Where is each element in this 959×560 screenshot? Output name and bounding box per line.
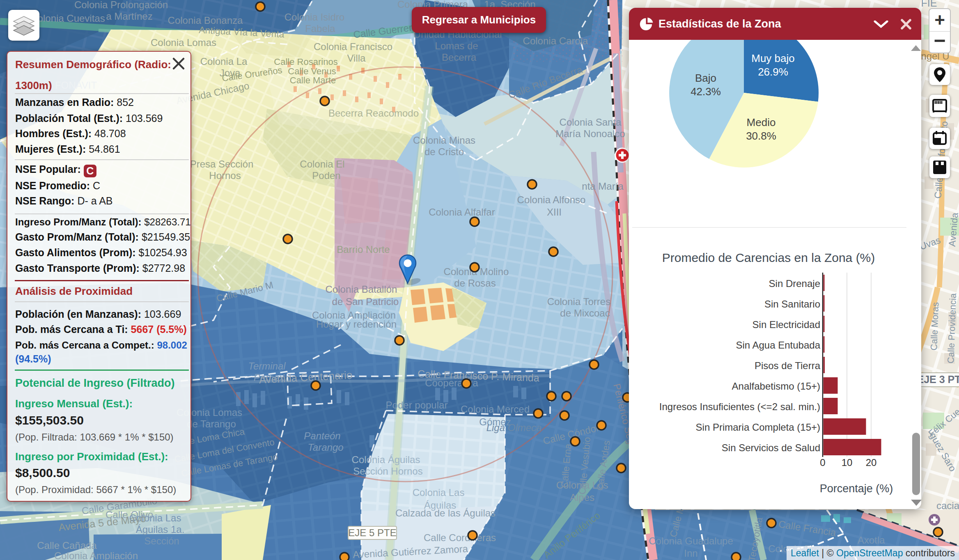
svg-text:Colonia Guadalupe: Colonia Guadalupe — [649, 535, 733, 546]
svg-text:Villa: Villa — [347, 53, 366, 64]
svg-text:Águilas 1a.: Águilas 1a. — [136, 524, 185, 535]
svg-text:Colonia Francisco: Colonia Francisco — [314, 41, 392, 52]
svg-text:Panteón: Panteón — [304, 430, 340, 441]
svg-text:Sin Electricidad: Sin Electricidad — [753, 319, 820, 330]
svg-text:de Tarango: de Tarango — [187, 418, 236, 429]
svg-text:Colonia El: Colonia El — [300, 158, 344, 170]
svg-text:Medio: Medio — [747, 116, 776, 129]
svg-text:Becerra Reacomodo: Becerra Reacomodo — [328, 108, 419, 119]
svg-text:Colonia Ampliación: Colonia Ampliación — [54, 550, 138, 560]
svg-text:42.3%: 42.3% — [691, 85, 721, 98]
svg-text:Colonia Carola: Colonia Carola — [523, 35, 588, 46]
svg-text:Calle Marte: Calle Marte — [290, 75, 336, 85]
svg-text:Hornos: Hornos — [209, 170, 241, 181]
svg-text:Colonia Alfalfar: Colonia Alfalfar — [429, 207, 495, 218]
svg-text:Presa Sección: Presa Sección — [190, 158, 254, 170]
svg-text:XIII: XIII — [547, 207, 562, 218]
svg-text:Calle Cordilleras: Calle Cordilleras — [424, 532, 496, 543]
svg-text:Ingresos Insuficientes (<=2 sa: Ingresos Insuficientes (<=2 sal. min.) — [659, 401, 820, 412]
svg-text:Poden: Poden — [312, 170, 340, 181]
svg-text:María Nonoalco: María Nonoalco — [555, 128, 625, 139]
svg-text:Sin Drenaje: Sin Drenaje — [769, 278, 820, 289]
svg-text:20: 20 — [866, 457, 877, 468]
svg-text:Sin Agua Entubada: Sin Agua Entubada — [736, 340, 820, 351]
svg-text:Colonia Lomas: Colonia Lomas — [151, 37, 216, 48]
svg-text:Muy bajo: Muy bajo — [751, 52, 795, 64]
svg-text:Becerra: Becerra — [442, 52, 477, 63]
svg-text:Axotla: Axotla — [858, 535, 885, 546]
svg-text:Inn: Inn — [684, 548, 697, 559]
svg-text:a Martínez: a Martínez — [106, 11, 152, 22]
svg-text:Colonia Santa: Colonia Santa — [560, 117, 622, 128]
svg-text:Lomas de: Lomas de — [435, 40, 478, 51]
svg-text:de Mixcoac: de Mixcoac — [560, 308, 610, 319]
svg-text:Bajo: Bajo — [695, 72, 716, 84]
svg-text:Hogar y redención: Hogar y redención — [316, 319, 397, 330]
svg-text:Sin Primaria Completa (15+): Sin Primaria Completa (15+) — [696, 422, 820, 433]
svg-text:Calzada de las Águilas: Calzada de las Águilas — [395, 507, 496, 519]
svg-text:de San Patricio: de San Patricio — [332, 296, 399, 307]
svg-text:Colonia La: Colonia La — [200, 56, 248, 67]
svg-text:26.9%: 26.9% — [758, 66, 788, 78]
svg-text:Liga Olmeca: Liga Olmeca — [486, 422, 542, 433]
svg-text:Calle Cañada: Calle Cañada — [37, 540, 97, 551]
svg-text:de Cristo: de Cristo — [424, 146, 464, 157]
svg-text:Colonia Bonanza: Colonia Bonanza — [168, 15, 243, 26]
svg-text:FIE: FIE — [921, 0, 937, 9]
svg-text:EJE 5 PTE: EJE 5 PTE — [348, 527, 396, 538]
svg-text:Colonia Merced: Colonia Merced — [461, 404, 530, 415]
svg-text:Colonia Batallón: Colonia Batallón — [326, 284, 397, 295]
svg-text:Pisos de Tierra: Pisos de Tierra — [755, 360, 821, 371]
svg-text:de Rosas: de Rosas — [454, 278, 496, 289]
svg-text:Terminal: Terminal — [248, 360, 286, 372]
svg-text:Colonia Minas: Colonia Minas — [413, 135, 475, 146]
svg-text:Colonia Águilas: Colonia Águilas — [352, 454, 420, 465]
svg-text:Colonia Prolongación: Colonia Prolongación — [74, 0, 168, 10]
svg-text:Analfabetismo (15+): Analfabetismo (15+) — [732, 381, 820, 392]
svg-text:Calle Moras: Calle Moras — [929, 302, 941, 351]
svg-text:0: 0 — [820, 457, 825, 468]
svg-text:Sección: Sección — [144, 535, 179, 546]
svg-text:Tarango: Tarango — [307, 442, 343, 453]
svg-text:Poder popular: Poder popular — [386, 399, 448, 411]
svg-text:Colonia Torres: Colonia Torres — [547, 296, 610, 307]
svg-text:cacias: cacias — [936, 500, 959, 511]
svg-text:10: 10 — [842, 457, 853, 468]
svg-text:Fabela: Fabela — [305, 23, 335, 34]
svg-text:Colonia Isidro: Colonia Isidro — [284, 11, 345, 23]
svg-text:Colonia Alfonso: Colonia Alfonso — [517, 194, 586, 205]
svg-text:Calle Rosarinos: Calle Rosarinos — [274, 57, 337, 67]
svg-text:Sección Hornos: Sección Hornos — [353, 466, 422, 477]
svg-text:Barrio Norte: Barrio Norte — [337, 244, 390, 255]
svg-text:EJE 3 PT: EJE 3 PT — [917, 374, 959, 385]
svg-text:Colonia Las: Colonia Las — [413, 487, 465, 498]
svg-text:Sin Sanitario: Sin Sanitario — [764, 298, 820, 310]
svg-text:nta María: nta María — [582, 181, 624, 192]
svg-text:Colonia Cuevitas: Colonia Cuevitas — [30, 13, 105, 24]
svg-text:30.8%: 30.8% — [746, 130, 776, 142]
svg-text:Sin Servicios de Salud: Sin Servicios de Salud — [722, 442, 820, 453]
